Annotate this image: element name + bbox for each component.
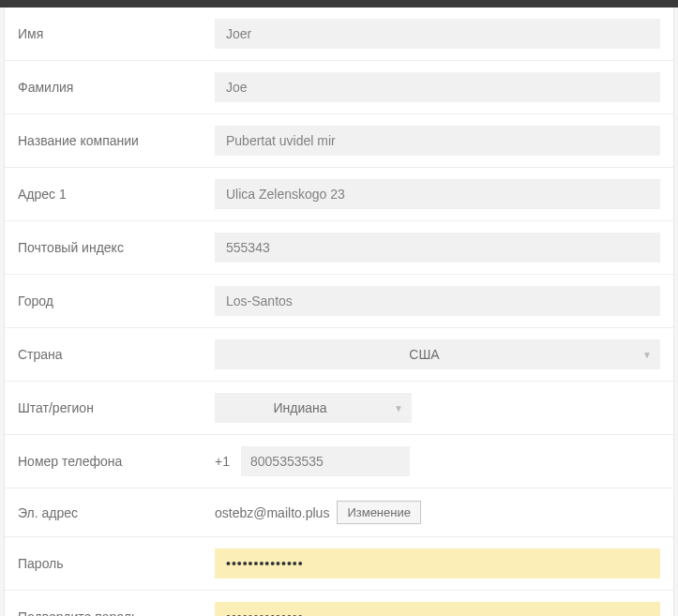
top-bar — [0, 0, 678, 8]
label-password-confirm: Подвердите пароль — [18, 609, 215, 616]
label-first-name: Имя — [18, 26, 215, 41]
row-password: Пароль — [5, 537, 673, 591]
country-select-value: США — [215, 347, 634, 362]
last-name-input[interactable] — [215, 72, 660, 102]
label-address1: Адрес 1 — [18, 187, 215, 202]
state-select[interactable]: Индиана ▼ — [215, 393, 412, 423]
label-zip: Почтовый индекс — [18, 240, 215, 255]
row-state: Штат/регион Индиана ▼ — [5, 382, 673, 435]
state-select-value: Индиана — [215, 400, 385, 415]
label-country: Страна — [18, 347, 215, 362]
change-email-button[interactable]: Изменение — [337, 501, 421, 524]
label-state: Штат/регион — [18, 400, 215, 415]
phone-input[interactable] — [241, 446, 410, 476]
label-company: Название компании — [18, 133, 215, 148]
password-confirm-input[interactable] — [215, 602, 660, 616]
row-last-name: Фамилия — [5, 61, 673, 114]
password-input[interactable] — [215, 548, 660, 578]
city-input[interactable] — [215, 286, 660, 316]
company-input[interactable] — [215, 126, 660, 156]
row-country: Страна США ▼ — [5, 328, 673, 382]
row-city: Город — [5, 275, 673, 328]
label-phone: Номер телефона — [18, 454, 215, 469]
email-value: ostebz@mailto.plus — [215, 505, 329, 520]
row-phone: Номер телефона +1 — [5, 435, 673, 488]
row-address1: Адрес 1 — [5, 168, 673, 221]
form-panel: Имя Фамилия Название компании Адрес 1 По… — [4, 8, 674, 616]
row-first-name: Имя — [5, 8, 673, 61]
country-select[interactable]: США ▼ — [215, 339, 660, 369]
row-email: Эл. адрес ostebz@mailto.plus Изменение — [5, 488, 673, 537]
label-city: Город — [18, 293, 215, 308]
row-zip: Почтовый индекс — [5, 221, 673, 275]
label-last-name: Фамилия — [18, 80, 215, 95]
first-name-input[interactable] — [215, 19, 660, 49]
address1-input[interactable] — [215, 179, 660, 209]
row-password-confirm: Подвердите пароль — [5, 591, 673, 616]
chevron-down-icon: ▼ — [385, 403, 412, 413]
label-email: Эл. адрес — [18, 505, 215, 520]
label-password: Пароль — [18, 556, 215, 571]
row-company: Название компании — [5, 114, 673, 168]
chevron-down-icon: ▼ — [634, 350, 660, 360]
zip-input[interactable] — [215, 233, 660, 263]
phone-prefix: +1 — [215, 454, 234, 469]
